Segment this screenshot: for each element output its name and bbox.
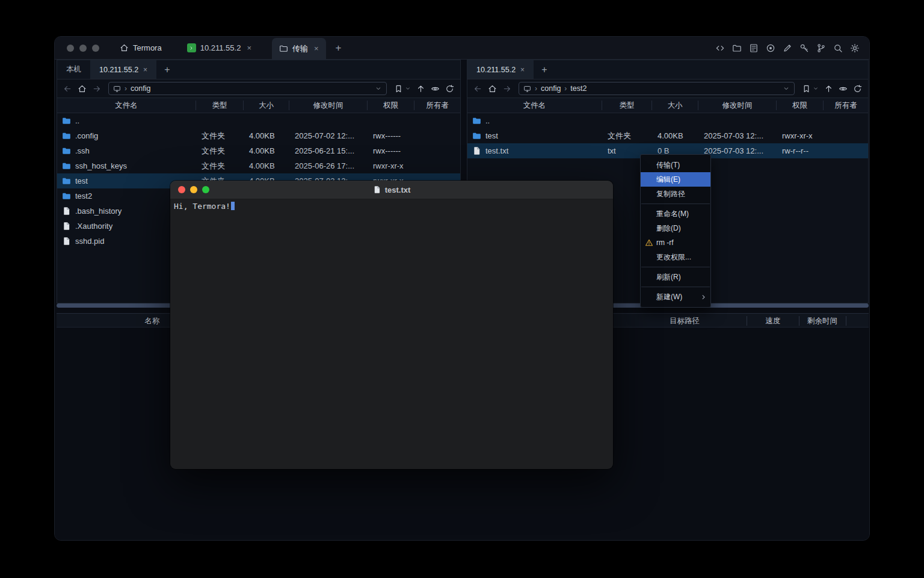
column-header-type[interactable]: 类型 bbox=[196, 101, 244, 110]
home-icon[interactable] bbox=[78, 84, 87, 93]
minimize-window-button[interactable] bbox=[190, 186, 197, 193]
menu-item-rename[interactable]: 重命名(M) bbox=[641, 207, 710, 221]
path-segment[interactable]: test2 bbox=[570, 84, 587, 93]
file-row[interactable]: .config 文件夹4.00KB2025-07-02 12:...rwx---… bbox=[57, 128, 460, 143]
close-tab-icon[interactable]: × bbox=[314, 44, 319, 53]
close-tab-icon[interactable]: × bbox=[520, 66, 525, 74]
log-icon[interactable] bbox=[749, 43, 759, 53]
folder-icon bbox=[62, 116, 71, 125]
menu-item-new[interactable]: 新建(W) bbox=[641, 290, 710, 304]
code-icon[interactable] bbox=[715, 43, 725, 53]
column-header-perm[interactable]: 权限 bbox=[777, 101, 824, 110]
file-icon bbox=[62, 237, 71, 246]
file-row[interactable]: ssh_host_keys 文件夹4.00KB2025-06-26 17:...… bbox=[57, 158, 460, 173]
record-icon[interactable] bbox=[766, 43, 775, 53]
add-pane-tab-button[interactable]: + bbox=[534, 60, 555, 79]
path-segment[interactable]: config bbox=[131, 84, 150, 93]
file-row[interactable]: .. bbox=[467, 113, 868, 128]
transfer-column-target: 目标路径 bbox=[670, 314, 700, 328]
desktop: Termora 10.211.55.2 × 传输 × + bbox=[0, 0, 924, 578]
show-hidden-files-icon[interactable] bbox=[431, 84, 440, 93]
menu-item-edit[interactable]: 编辑(E) bbox=[641, 172, 710, 187]
column-header-perm[interactable]: 权限 bbox=[368, 101, 414, 110]
zoom-window-button[interactable] bbox=[202, 186, 209, 193]
path-breadcrumb[interactable]: › config bbox=[108, 82, 387, 95]
key-icon[interactable] bbox=[799, 43, 809, 53]
column-header-size[interactable]: 大小 bbox=[652, 101, 698, 110]
edit-icon[interactable] bbox=[783, 43, 792, 53]
chevron-down-icon[interactable] bbox=[375, 85, 382, 92]
home-tab[interactable]: Termora bbox=[120, 43, 162, 52]
right-pane-tabs: 10.211.55.2 × + bbox=[467, 60, 868, 79]
menu-item-refresh[interactable]: 刷新(R) bbox=[641, 270, 710, 284]
column-header-mtime[interactable]: 修改时间 bbox=[698, 101, 777, 110]
refresh-icon[interactable] bbox=[445, 84, 454, 93]
editor-content[interactable]: Hi, Termora! bbox=[170, 199, 613, 469]
column-separator bbox=[846, 316, 846, 326]
home-icon[interactable] bbox=[488, 84, 497, 93]
file-row[interactable]: test 文件夹4.00KB2025-07-03 12:...rwxr-xr-x bbox=[467, 128, 868, 143]
back-icon[interactable] bbox=[63, 84, 72, 93]
chevron-down-icon[interactable] bbox=[783, 85, 790, 92]
breadcrumb-separator: › bbox=[125, 84, 127, 93]
chevron-down-icon[interactable] bbox=[813, 85, 819, 92]
column-header-owner[interactable]: 所有者 bbox=[414, 101, 460, 110]
menu-item-rm-rf[interactable]: rm -rf bbox=[641, 235, 710, 250]
editor-window: test.txt Hi, Termora! bbox=[170, 181, 613, 469]
transfer-column-speed: 速度 bbox=[766, 314, 781, 328]
forward-icon[interactable] bbox=[92, 84, 101, 93]
menu-item-copy-path[interactable]: 复制路径 bbox=[641, 187, 710, 201]
parent-directory-icon[interactable] bbox=[416, 84, 425, 93]
menu-item-delete[interactable]: 删除(D) bbox=[641, 221, 710, 235]
left-pane-tabs: 本机 10.211.55.2 × + bbox=[57, 60, 460, 79]
terminal-prompt-icon bbox=[189, 46, 194, 51]
search-icon[interactable] bbox=[833, 43, 843, 53]
home-icon bbox=[120, 43, 129, 52]
pane-tab-session[interactable]: 10.211.55.2 × bbox=[467, 60, 534, 79]
menu-separator bbox=[641, 267, 710, 267]
new-tab-button[interactable]: + bbox=[336, 42, 342, 54]
pane-tab-session[interactable]: 10.211.55.2 × bbox=[90, 60, 156, 79]
bookmark-icon[interactable] bbox=[802, 84, 811, 93]
refresh-icon[interactable] bbox=[853, 84, 862, 93]
folder-icon[interactable] bbox=[732, 43, 742, 53]
session-tab-label: 10.211.55.2 bbox=[200, 43, 241, 52]
column-header-owner[interactable]: 所有者 bbox=[824, 101, 868, 110]
folder-icon bbox=[62, 191, 71, 200]
column-header-type[interactable]: 类型 bbox=[602, 101, 652, 110]
minimize-window-button[interactable] bbox=[79, 45, 87, 52]
menu-item-transfer[interactable]: 传输(T) bbox=[641, 158, 710, 172]
column-header-size[interactable]: 大小 bbox=[244, 101, 289, 110]
zoom-window-button[interactable] bbox=[92, 45, 99, 52]
pane-tab-local[interactable]: 本机 bbox=[57, 60, 90, 79]
parent-directory-icon[interactable] bbox=[824, 84, 833, 93]
traffic-lights bbox=[67, 45, 99, 52]
folder-icon bbox=[472, 131, 481, 140]
session-tab[interactable]: 10.211.55.2 × bbox=[180, 37, 259, 60]
bookmark-icon[interactable] bbox=[394, 84, 403, 93]
path-breadcrumb[interactable]: › config › test2 bbox=[519, 82, 795, 95]
settings-icon[interactable] bbox=[850, 43, 860, 53]
column-header-name[interactable]: 文件名 bbox=[467, 101, 602, 110]
close-window-button[interactable] bbox=[67, 45, 74, 52]
menu-item-change-permissions[interactable]: 更改权限... bbox=[641, 250, 710, 264]
close-tab-icon[interactable]: × bbox=[143, 66, 147, 74]
forward-icon[interactable] bbox=[502, 84, 511, 93]
file-row[interactable]: .. bbox=[57, 113, 460, 128]
transfer-tab[interactable]: 传输 × bbox=[272, 38, 326, 59]
show-hidden-files-icon[interactable] bbox=[839, 84, 848, 93]
column-header-name[interactable]: 文件名 bbox=[57, 101, 196, 110]
column-header-mtime[interactable]: 修改时间 bbox=[289, 101, 368, 110]
menu-separator bbox=[641, 287, 710, 287]
add-pane-tab-button[interactable]: + bbox=[156, 60, 177, 79]
back-icon[interactable] bbox=[473, 84, 482, 93]
close-tab-icon[interactable]: × bbox=[247, 43, 251, 52]
close-window-button[interactable] bbox=[178, 186, 185, 193]
editor-title: test.txt bbox=[373, 185, 411, 194]
chevron-down-icon[interactable] bbox=[405, 85, 411, 92]
path-segment[interactable]: config bbox=[541, 84, 561, 93]
branch-icon[interactable] bbox=[816, 43, 826, 53]
file-row[interactable]: .ssh 文件夹4.00KB2025-06-21 15:...rwx------ bbox=[57, 143, 460, 158]
titlebar: Termora 10.211.55.2 × 传输 × + bbox=[55, 37, 869, 60]
traffic-lights bbox=[178, 186, 209, 193]
